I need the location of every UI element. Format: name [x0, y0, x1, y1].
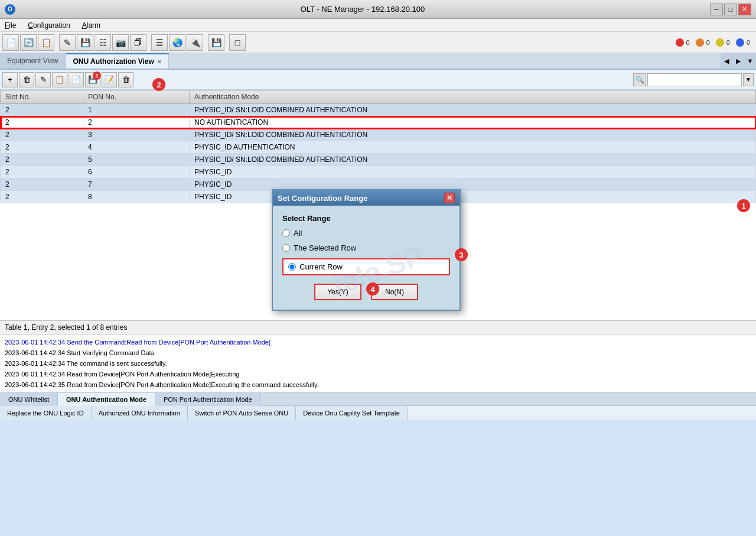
dialog-close-btn[interactable]: ✕	[444, 193, 455, 203]
table-row[interactable]: 23PHYSIC_ID/ SN:LOID COMBINED AUTHENTICA…	[1, 129, 756, 141]
sec-btn-trash[interactable]: 🗑	[118, 72, 133, 87]
dialog-content: Select Range All The Selected Row Curren…	[273, 206, 460, 310]
toolbar-btn-13[interactable]: □	[229, 34, 246, 51]
cell-pon: 8	[83, 191, 190, 203]
search-icon[interactable]: 🔍	[633, 73, 646, 86]
log-line: 2023-06-01 14:42:34 Read from Device[PON…	[5, 369, 751, 379]
tab-prev-btn[interactable]: ◀	[721, 53, 732, 69]
radio-all[interactable]	[282, 229, 290, 237]
sec-btn-read[interactable]: 💾 2	[85, 72, 100, 87]
cell-slot: 2	[1, 178, 83, 191]
menu-alarm[interactable]: Alarm	[80, 21, 103, 30]
table-row[interactable]: 21PHYSIC_ID/ SN:LOID COMBINED AUTHENTICA…	[1, 104, 756, 116]
radio-option-all: All	[282, 229, 450, 238]
close-button[interactable]: ✕	[738, 4, 751, 15]
bottom-nav-switch[interactable]: Switch of PON Auto Sense ONU	[188, 406, 296, 420]
cell-pon: 1	[83, 104, 190, 116]
secondary-toolbar: + 🗑 ✎ 📋 📄 💾 2 📝 🗑 🔍 ▼	[0, 70, 756, 90]
yes-button[interactable]: Yes(Y)	[314, 284, 361, 300]
bottom-tab-whitelist[interactable]: ONU Whitelist	[0, 393, 58, 406]
cell-auth: PHYSIC_ID/ SN:LOID COMBINED AUTHENTICATI…	[190, 129, 756, 141]
minimize-button[interactable]: ─	[710, 4, 723, 15]
cell-pon: 7	[83, 178, 190, 191]
cell-slot: 2	[1, 154, 83, 166]
radio-current-row[interactable]	[288, 263, 296, 271]
dialog-title-bar: Set Configuration Range ✕	[273, 190, 460, 206]
menu-file[interactable]: File	[2, 21, 18, 30]
bottom-tabs: ONU Whitelist ONU Authentication Mode PO…	[0, 392, 756, 405]
toolbar-btn-1[interactable]: 📄	[2, 34, 19, 51]
tab-equipment-view[interactable]: Equipment View	[0, 53, 66, 69]
table-row[interactable]: 25PHYSIC_ID/ SN:LOID COMBINED AUTHENTICA…	[1, 154, 756, 166]
toolbar-btn-5[interactable]: 💾	[77, 34, 93, 51]
no-button[interactable]: No(N)	[371, 284, 418, 300]
log-line: 2023-06-01 14:42:34 Send the Command:Rea…	[5, 337, 751, 347]
cell-slot: 2	[1, 166, 83, 178]
log-area: 2023-06-01 14:42:34 Send the Command:Rea…	[0, 334, 756, 392]
app-icon: O	[5, 4, 15, 15]
radio-selected-row-label: The Selected Row	[294, 243, 356, 252]
radio-option-selected-row: The Selected Row	[282, 243, 450, 252]
toolbar-btn-12[interactable]: 💾	[208, 34, 224, 51]
radio-selected-row[interactable]	[282, 244, 290, 252]
status-yellow-count: 0	[726, 39, 730, 46]
sec-btn-paste[interactable]: 📄	[69, 72, 84, 87]
bottom-nav-replace[interactable]: Replace the ONU Logic ID	[0, 406, 92, 420]
window-controls: ─ □ ✕	[710, 4, 751, 15]
sec-btn-delete[interactable]: 🗑	[19, 72, 34, 87]
cell-slot: 2	[1, 104, 83, 116]
dialog-buttons: Yes(Y) No(N)	[282, 284, 450, 300]
cell-slot: 2	[1, 116, 83, 129]
toolbar-btn-8[interactable]: 🗍	[130, 34, 146, 51]
window-title: OLT - NE Manager - 192.168.20.100	[301, 5, 425, 14]
col-pon: PON No.	[83, 90, 190, 104]
tab-onu-auth-view[interactable]: ONU Authorization View ×	[66, 53, 170, 69]
table-row[interactable]: 22NO AUTHENTICATION	[1, 116, 756, 129]
toolbar-btn-6[interactable]: ☷	[94, 34, 111, 51]
tab-close-btn[interactable]: ×	[158, 58, 161, 65]
toolbar-btn-9[interactable]: ☰	[151, 34, 168, 51]
maximize-button[interactable]: □	[724, 4, 737, 15]
tab-next-btn[interactable]: ▶	[732, 53, 744, 69]
cell-pon: 2	[83, 116, 190, 129]
bottom-tab-pon-auth[interactable]: PON Port Authentication Mode	[155, 393, 261, 406]
bottom-tab-auth-mode[interactable]: ONU Authentication Mode	[58, 393, 155, 406]
bottom-nav-device[interactable]: Device Onu Capility Set Template	[296, 406, 408, 420]
cell-pon: 6	[83, 166, 190, 178]
search-input[interactable]	[647, 73, 742, 86]
toolbar-btn-4[interactable]: ✎	[59, 34, 76, 51]
cell-slot: 2	[1, 141, 83, 154]
cell-auth: PHYSIC_ID AUTHENTICATION	[190, 141, 756, 154]
tab-menu-btn[interactable]: ▼	[744, 53, 756, 69]
sec-btn-add[interactable]: +	[2, 72, 18, 87]
toolbar-btn-10[interactable]: 🌏	[169, 34, 185, 51]
col-auth: Authentication Mode	[190, 90, 756, 104]
table-row[interactable]: 24PHYSIC_ID AUTHENTICATION	[1, 141, 756, 154]
col-slot: Slot No.	[1, 90, 83, 104]
log-line: 2023-06-01 14:42:35 Read from Device[PON…	[5, 379, 751, 390]
status-text: Table 1, Entry 2, selected 1 of 8 entrie…	[5, 323, 127, 332]
toolbar-btn-3[interactable]: 📋	[38, 34, 54, 51]
sec-btn-copy[interactable]: 📋	[52, 72, 67, 87]
menu-configuration[interactable]: Configuration	[25, 21, 72, 30]
toolbar-btn-11[interactable]: 🔌	[187, 34, 203, 51]
cell-pon: 4	[83, 141, 190, 154]
radio-option-current-row-box: Current Row	[282, 258, 450, 275]
radio-all-label: All	[294, 229, 302, 238]
toolbar-btn-7[interactable]: 📷	[112, 34, 129, 51]
sec-btn-edit[interactable]: ✎	[35, 72, 51, 87]
bottom-nav-authorized[interactable]: Authorized ONU Information	[92, 406, 188, 420]
main-toolbar: 📄 🔄 📋 ✎ 💾 ☷ 📷 🗍 ☰ 🌏 🔌 💾 □ 0 0 0 0	[0, 32, 756, 53]
status-orange-count: 0	[706, 39, 710, 46]
table-row[interactable]: 26PHYSIC_ID	[1, 166, 756, 178]
log-link[interactable]: 2023-06-01 14:42:34 Send the Command:Rea…	[5, 339, 271, 346]
status-yellow	[716, 38, 724, 47]
cell-auth: PHYSIC_ID/ SN:LOID COMBINED AUTHENTICATI…	[190, 154, 756, 166]
toolbar-btn-2[interactable]: 🔄	[20, 34, 37, 51]
cell-slot: 2	[1, 129, 83, 141]
status-blue-count: 0	[747, 39, 750, 46]
sec-btn-write[interactable]: 📝	[102, 72, 117, 87]
search-dropdown[interactable]: ▼	[743, 73, 754, 86]
cell-auth: NO AUTHENTICATION	[190, 116, 756, 129]
dialog-title: Set Configuration Range	[278, 194, 367, 203]
